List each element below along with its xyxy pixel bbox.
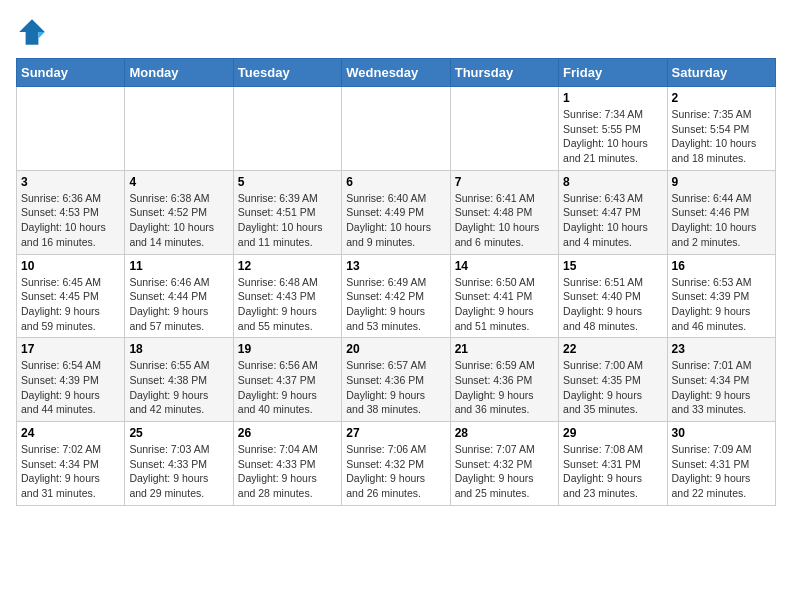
day-number: 2: [672, 91, 771, 105]
calendar-cell: [125, 87, 233, 171]
calendar-cell: 17Sunrise: 6:54 AMSunset: 4:39 PMDayligh…: [17, 338, 125, 422]
day-info: Sunrise: 7:04 AMSunset: 4:33 PMDaylight:…: [238, 442, 337, 501]
calendar-cell: 3Sunrise: 6:36 AMSunset: 4:53 PMDaylight…: [17, 170, 125, 254]
calendar-cell: 1Sunrise: 7:34 AMSunset: 5:55 PMDaylight…: [559, 87, 667, 171]
day-number: 1: [563, 91, 662, 105]
weekday-header-tuesday: Tuesday: [233, 59, 341, 87]
calendar-week-4: 17Sunrise: 6:54 AMSunset: 4:39 PMDayligh…: [17, 338, 776, 422]
svg-marker-1: [38, 32, 44, 38]
day-number: 13: [346, 259, 445, 273]
calendar-cell: 12Sunrise: 6:48 AMSunset: 4:43 PMDayligh…: [233, 254, 341, 338]
day-number: 7: [455, 175, 554, 189]
day-number: 17: [21, 342, 120, 356]
calendar-cell: 20Sunrise: 6:57 AMSunset: 4:36 PMDayligh…: [342, 338, 450, 422]
day-number: 27: [346, 426, 445, 440]
day-info: Sunrise: 7:00 AMSunset: 4:35 PMDaylight:…: [563, 358, 662, 417]
day-info: Sunrise: 6:55 AMSunset: 4:38 PMDaylight:…: [129, 358, 228, 417]
calendar-table: SundayMondayTuesdayWednesdayThursdayFrid…: [16, 58, 776, 506]
calendar-cell: 26Sunrise: 7:04 AMSunset: 4:33 PMDayligh…: [233, 422, 341, 506]
calendar-cell: 11Sunrise: 6:46 AMSunset: 4:44 PMDayligh…: [125, 254, 233, 338]
calendar-cell: 28Sunrise: 7:07 AMSunset: 4:32 PMDayligh…: [450, 422, 558, 506]
day-number: 21: [455, 342, 554, 356]
calendar-cell: [342, 87, 450, 171]
day-number: 5: [238, 175, 337, 189]
calendar-cell: 10Sunrise: 6:45 AMSunset: 4:45 PMDayligh…: [17, 254, 125, 338]
day-info: Sunrise: 6:51 AMSunset: 4:40 PMDaylight:…: [563, 275, 662, 334]
day-number: 11: [129, 259, 228, 273]
day-number: 15: [563, 259, 662, 273]
calendar-week-5: 24Sunrise: 7:02 AMSunset: 4:34 PMDayligh…: [17, 422, 776, 506]
day-number: 28: [455, 426, 554, 440]
day-info: Sunrise: 6:40 AMSunset: 4:49 PMDaylight:…: [346, 191, 445, 250]
day-info: Sunrise: 7:06 AMSunset: 4:32 PMDaylight:…: [346, 442, 445, 501]
calendar-cell: [17, 87, 125, 171]
day-info: Sunrise: 6:38 AMSunset: 4:52 PMDaylight:…: [129, 191, 228, 250]
logo-icon: [16, 16, 48, 48]
weekday-header-monday: Monday: [125, 59, 233, 87]
day-info: Sunrise: 6:46 AMSunset: 4:44 PMDaylight:…: [129, 275, 228, 334]
calendar-cell: 4Sunrise: 6:38 AMSunset: 4:52 PMDaylight…: [125, 170, 233, 254]
calendar-cell: 16Sunrise: 6:53 AMSunset: 4:39 PMDayligh…: [667, 254, 775, 338]
day-info: Sunrise: 7:09 AMSunset: 4:31 PMDaylight:…: [672, 442, 771, 501]
calendar-cell: 8Sunrise: 6:43 AMSunset: 4:47 PMDaylight…: [559, 170, 667, 254]
day-info: Sunrise: 7:02 AMSunset: 4:34 PMDaylight:…: [21, 442, 120, 501]
day-info: Sunrise: 6:45 AMSunset: 4:45 PMDaylight:…: [21, 275, 120, 334]
calendar-cell: 6Sunrise: 6:40 AMSunset: 4:49 PMDaylight…: [342, 170, 450, 254]
calendar-week-2: 3Sunrise: 6:36 AMSunset: 4:53 PMDaylight…: [17, 170, 776, 254]
calendar-cell: 22Sunrise: 7:00 AMSunset: 4:35 PMDayligh…: [559, 338, 667, 422]
weekday-header-saturday: Saturday: [667, 59, 775, 87]
day-number: 3: [21, 175, 120, 189]
weekday-header-thursday: Thursday: [450, 59, 558, 87]
day-info: Sunrise: 7:34 AMSunset: 5:55 PMDaylight:…: [563, 107, 662, 166]
weekday-header-row: SundayMondayTuesdayWednesdayThursdayFrid…: [17, 59, 776, 87]
weekday-header-friday: Friday: [559, 59, 667, 87]
day-number: 12: [238, 259, 337, 273]
day-info: Sunrise: 7:35 AMSunset: 5:54 PMDaylight:…: [672, 107, 771, 166]
day-info: Sunrise: 6:49 AMSunset: 4:42 PMDaylight:…: [346, 275, 445, 334]
calendar-body: 1Sunrise: 7:34 AMSunset: 5:55 PMDaylight…: [17, 87, 776, 506]
day-info: Sunrise: 7:07 AMSunset: 4:32 PMDaylight:…: [455, 442, 554, 501]
day-number: 29: [563, 426, 662, 440]
logo: [16, 16, 52, 48]
day-info: Sunrise: 6:53 AMSunset: 4:39 PMDaylight:…: [672, 275, 771, 334]
calendar-cell: 19Sunrise: 6:56 AMSunset: 4:37 PMDayligh…: [233, 338, 341, 422]
day-number: 24: [21, 426, 120, 440]
calendar-cell: 14Sunrise: 6:50 AMSunset: 4:41 PMDayligh…: [450, 254, 558, 338]
day-number: 6: [346, 175, 445, 189]
day-number: 23: [672, 342, 771, 356]
day-number: 16: [672, 259, 771, 273]
calendar-cell: 5Sunrise: 6:39 AMSunset: 4:51 PMDaylight…: [233, 170, 341, 254]
calendar-cell: [233, 87, 341, 171]
calendar-cell: 2Sunrise: 7:35 AMSunset: 5:54 PMDaylight…: [667, 87, 775, 171]
day-number: 18: [129, 342, 228, 356]
calendar-cell: 13Sunrise: 6:49 AMSunset: 4:42 PMDayligh…: [342, 254, 450, 338]
day-info: Sunrise: 6:44 AMSunset: 4:46 PMDaylight:…: [672, 191, 771, 250]
calendar-cell: 23Sunrise: 7:01 AMSunset: 4:34 PMDayligh…: [667, 338, 775, 422]
day-number: 19: [238, 342, 337, 356]
day-info: Sunrise: 6:57 AMSunset: 4:36 PMDaylight:…: [346, 358, 445, 417]
day-number: 30: [672, 426, 771, 440]
day-number: 14: [455, 259, 554, 273]
calendar-cell: 30Sunrise: 7:09 AMSunset: 4:31 PMDayligh…: [667, 422, 775, 506]
calendar-cell: 29Sunrise: 7:08 AMSunset: 4:31 PMDayligh…: [559, 422, 667, 506]
day-number: 26: [238, 426, 337, 440]
calendar-cell: 24Sunrise: 7:02 AMSunset: 4:34 PMDayligh…: [17, 422, 125, 506]
calendar-cell: 15Sunrise: 6:51 AMSunset: 4:40 PMDayligh…: [559, 254, 667, 338]
calendar-cell: 7Sunrise: 6:41 AMSunset: 4:48 PMDaylight…: [450, 170, 558, 254]
day-info: Sunrise: 6:56 AMSunset: 4:37 PMDaylight:…: [238, 358, 337, 417]
day-info: Sunrise: 6:48 AMSunset: 4:43 PMDaylight:…: [238, 275, 337, 334]
day-number: 25: [129, 426, 228, 440]
day-number: 22: [563, 342, 662, 356]
calendar-cell: 21Sunrise: 6:59 AMSunset: 4:36 PMDayligh…: [450, 338, 558, 422]
day-number: 9: [672, 175, 771, 189]
calendar-cell: 18Sunrise: 6:55 AMSunset: 4:38 PMDayligh…: [125, 338, 233, 422]
day-number: 10: [21, 259, 120, 273]
calendar-cell: 25Sunrise: 7:03 AMSunset: 4:33 PMDayligh…: [125, 422, 233, 506]
calendar-week-3: 10Sunrise: 6:45 AMSunset: 4:45 PMDayligh…: [17, 254, 776, 338]
page-header: [16, 16, 776, 48]
day-info: Sunrise: 6:41 AMSunset: 4:48 PMDaylight:…: [455, 191, 554, 250]
day-info: Sunrise: 7:01 AMSunset: 4:34 PMDaylight:…: [672, 358, 771, 417]
day-info: Sunrise: 7:03 AMSunset: 4:33 PMDaylight:…: [129, 442, 228, 501]
calendar-header: SundayMondayTuesdayWednesdayThursdayFrid…: [17, 59, 776, 87]
weekday-header-sunday: Sunday: [17, 59, 125, 87]
